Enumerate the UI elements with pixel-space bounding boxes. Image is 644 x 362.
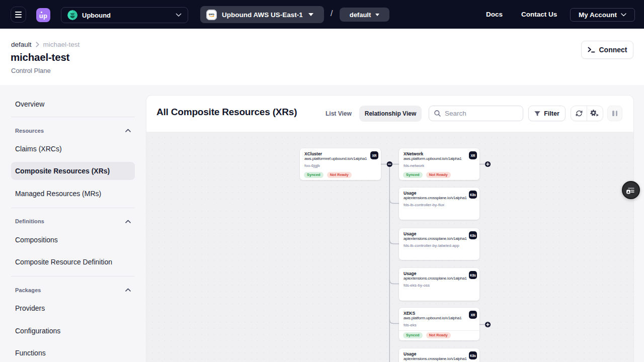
connect-button[interactable]: Connect (581, 41, 633, 59)
svg-text:aws: aws (209, 13, 215, 16)
node-name: fds-lb-controller-by-labeled-app (404, 243, 475, 248)
relationship-canvas[interactable]: XCluster aws.platformref.upbound.io/v1al… (146, 132, 633, 362)
org-avatar (67, 10, 77, 20)
top-navbar: up Upbound aws Upbound AWS US-East-1 / d… (0, 0, 644, 29)
node-title: Usage (404, 232, 475, 236)
upbound-logo[interactable]: up (36, 8, 50, 22)
search-box (429, 106, 523, 121)
graph-node-usage-1[interactable]: Usage apiextensions.crossplane.io/v1alph… (399, 188, 479, 220)
node-title: Usage (404, 272, 475, 276)
expand-node-button[interactable] (485, 161, 491, 167)
collapse-node-button[interactable] (387, 161, 392, 167)
triangle-down-icon (375, 14, 379, 16)
graph-edges (146, 132, 633, 362)
sidebar-section-header[interactable]: Packages (15, 287, 131, 293)
node-title: Usage (404, 352, 475, 356)
search-icon (434, 110, 441, 117)
terminal-icon (588, 47, 595, 53)
hamburger-icon (15, 12, 22, 17)
node-name: fds-eks-by-oss (404, 283, 475, 288)
node-title: XCluster (304, 152, 376, 156)
chevron-right-icon (36, 42, 39, 47)
docs-link[interactable]: Docs (486, 0, 503, 29)
my-account-button[interactable]: My Account (570, 8, 635, 22)
sidebar-item-overview[interactable]: Overview (11, 95, 135, 113)
relationship-view-tab[interactable]: Relationship View (359, 106, 422, 122)
breadcrumb-ctp[interactable]: michael-test (43, 41, 80, 48)
search-input[interactable] (445, 110, 515, 117)
sidebar-section-label: Resources (15, 128, 44, 134)
space-selector[interactable]: aws Upbound AWS US-East-1 (200, 6, 324, 23)
node-divider (399, 330, 479, 331)
contact-us-link[interactable]: Contact Us (521, 0, 557, 29)
space-label: Upbound AWS US-East-1 (222, 11, 303, 19)
graph-actions-group (571, 106, 603, 121)
sidebar-divider (11, 117, 135, 117)
sidebar-item-functions[interactable]: Functions (11, 344, 135, 362)
filter-icon (534, 111, 540, 116)
node-status-chips: SyncedNot Ready (304, 172, 352, 178)
expand-node-button[interactable] (485, 322, 491, 327)
breadcrumb-group[interactable]: default (11, 41, 32, 48)
panel-title: All Composite Resources (XRs) (156, 107, 297, 118)
status-chip-notready: Not Ready (327, 172, 352, 178)
status-chip-synced: Synced (304, 172, 324, 178)
sidebar-section-label: Packages (15, 287, 41, 293)
chevron-down-icon (176, 13, 182, 17)
node-api-version: apiextensions.crossplane.io/v1alpha1 (404, 276, 475, 281)
list-view-tab[interactable]: List View (326, 96, 352, 132)
sidebar-toggle-button[interactable] (11, 7, 26, 23)
node-name: fds-lb-controller-by-flux (404, 203, 475, 207)
node-kind-badge: XR (370, 151, 378, 159)
sidebar-nav: Overview Resources Claims (XRCs)Composit… (0, 85, 146, 362)
filter-button[interactable]: Filter (528, 106, 566, 121)
sidebar-divider (11, 276, 135, 277)
path-separator: / (328, 9, 335, 19)
pause-icon (612, 111, 614, 116)
sidebar-item-compositions[interactable]: Compositions (11, 231, 135, 249)
page-subtitle: Control Plane (11, 67, 51, 74)
graph-node-usage-3[interactable]: Usage apiextensions.crossplane.io/v1alph… (399, 268, 479, 301)
account-label: My Account (579, 11, 617, 19)
page-title: michael-test (11, 51, 69, 63)
node-title: Usage (404, 191, 475, 196)
org-selector[interactable]: Upbound (61, 7, 188, 23)
node-api-version: aws.platformref.upbound.io/v1alpha1 (304, 156, 376, 161)
node-kind-badge: XR (469, 311, 477, 319)
refresh-icon (576, 110, 583, 117)
graph-node-xcluster[interactable]: XCluster aws.platformref.upbound.io/v1al… (300, 148, 381, 180)
node-kind-badge: K8s (469, 351, 477, 359)
node-status-chips: SyncedNot Ready (403, 172, 451, 178)
node-kind-badge: K8s (469, 231, 477, 239)
event-log-button[interactable] (622, 181, 640, 199)
chevron-up-icon (125, 288, 131, 292)
sidebar-item-configurations[interactable]: Configurations (11, 322, 135, 340)
node-kind-badge: K8s (469, 191, 477, 199)
sidebar-section-header[interactable]: Resources (15, 128, 131, 134)
node-name: fds-network (404, 163, 475, 168)
graph-node-usage-4[interactable]: Usage apiextensions.crossplane.io/v1alph… (399, 348, 479, 362)
chevron-up-icon (125, 220, 131, 223)
node-title: XEKS (404, 311, 475, 316)
node-name: foo-6jgjb (304, 163, 376, 168)
group-selector[interactable]: default (340, 8, 389, 22)
pause-button[interactable] (607, 106, 622, 121)
graph-node-usage-2[interactable]: Usage apiextensions.crossplane.io/v1alph… (399, 228, 479, 260)
sidebar-item-managed-resources-mrs[interactable]: Managed Resources (MRs) (11, 185, 135, 203)
main-panel: All Composite Resources (XRs) List View … (146, 96, 633, 362)
sidebar-item-composite-resources-xrs[interactable]: Composite Resources (XRs) (11, 162, 135, 180)
sidebar-item-composite-resource-definition[interactable]: Composite Resource Definition (11, 253, 135, 271)
node-api-version: apiextensions.crossplane.io/v1alpha1 (404, 196, 475, 200)
node-status-chips: SyncedNot Ready (403, 332, 451, 338)
aws-space-icon: aws (206, 10, 217, 20)
sidebar-section-header[interactable]: Definitions (15, 218, 131, 224)
graph-node-xeks[interactable]: XEKS aws.platform.upbound.io/v1alpha1 fd… (399, 308, 479, 340)
refresh-button[interactable] (571, 106, 587, 121)
status-chip-notready: Not Ready (426, 332, 451, 338)
sidebar-item-providers[interactable]: Providers (11, 299, 135, 317)
run-settings-button[interactable] (587, 106, 603, 121)
graph-node-xnetwork[interactable]: XNetwork aws.platform.upbound.io/v1alpha… (399, 148, 479, 180)
node-title: XNetwork (404, 152, 475, 156)
group-label: default (350, 11, 371, 19)
sidebar-item-claims-xrcs[interactable]: Claims (XRCs) (11, 140, 135, 158)
